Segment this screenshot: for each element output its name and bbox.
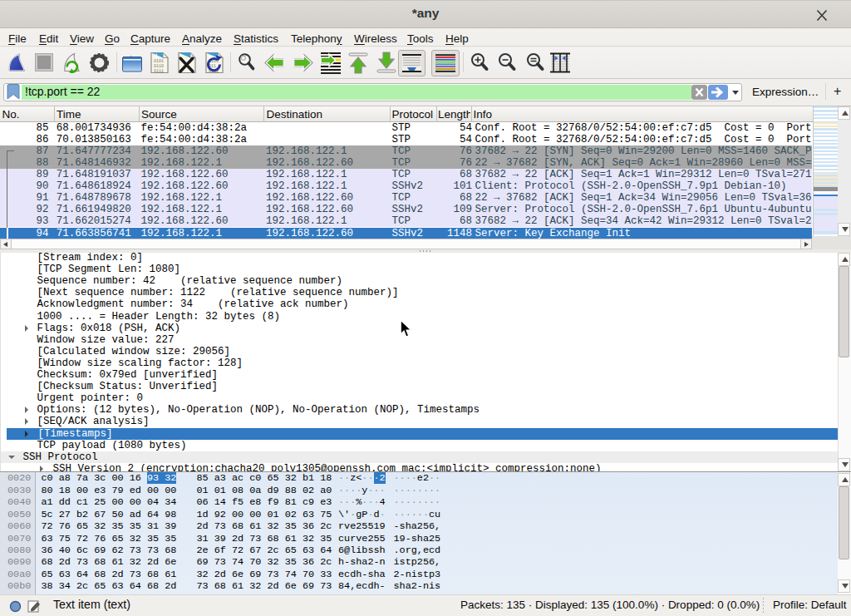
svg-text:0111: 0111 [154, 69, 164, 74]
